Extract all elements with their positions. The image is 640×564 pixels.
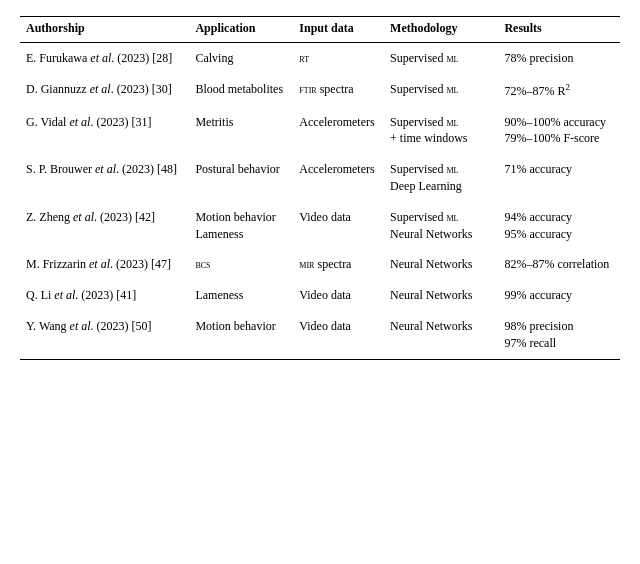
input-cell: Video data: [293, 202, 384, 250]
input-cell: rt: [293, 43, 384, 74]
header-methodology: Methodology: [384, 17, 498, 43]
author-cell: E. Furukawa et al. (2023) [28]: [20, 43, 189, 74]
input-cell: ftir spectra: [293, 74, 384, 107]
methodology-cell: Supervised mlNeural Networks: [384, 202, 498, 250]
input-cell: Accelerometers: [293, 154, 384, 202]
methodology-cell: Supervised mlDeep Learning: [384, 154, 498, 202]
results-cell: 99% accuracy: [498, 280, 620, 311]
application-cell: Metritis: [189, 107, 293, 155]
results-cell: 82%–87% correlation: [498, 249, 620, 280]
table-row: M. Frizzarin et al. (2023) [47] bcs mir …: [20, 249, 620, 280]
application-cell: Blood metabolites: [189, 74, 293, 107]
header-results: Results: [498, 17, 620, 43]
results-cell: 98% precision97% recall: [498, 311, 620, 359]
methodology-cell: Neural Networks: [384, 280, 498, 311]
application-cell: Postural behavior: [189, 154, 293, 202]
author-cell: D. Giannuzz et al. (2023) [30]: [20, 74, 189, 107]
application-cell: Lameness: [189, 280, 293, 311]
input-cell: Accelerometers: [293, 107, 384, 155]
methodology-cell: Supervised ml: [384, 43, 498, 74]
results-cell: 90%–100% accuracy79%–100% F-score: [498, 107, 620, 155]
author-cell: Z. Zheng et al. (2023) [42]: [20, 202, 189, 250]
table-row: D. Giannuzz et al. (2023) [30] Blood met…: [20, 74, 620, 107]
methodology-cell: Supervised ml: [384, 74, 498, 107]
author-cell: Q. Li et al. (2023) [41]: [20, 280, 189, 311]
table-row: Y. Wang et al. (2023) [50] Motion behavi…: [20, 311, 620, 359]
application-cell: bcs: [189, 249, 293, 280]
results-cell: 78% precision: [498, 43, 620, 74]
author-cell: Y. Wang et al. (2023) [50]: [20, 311, 189, 359]
header-application: Application: [189, 17, 293, 43]
author-cell: S. P. Brouwer et al. (2023) [48]: [20, 154, 189, 202]
main-table: Authorship Application Input data Method…: [20, 16, 620, 360]
author-cell: M. Frizzarin et al. (2023) [47]: [20, 249, 189, 280]
methodology-cell: Neural Networks: [384, 311, 498, 359]
author-cell: G. Vidal et al. (2023) [31]: [20, 107, 189, 155]
methodology-cell: Neural Networks: [384, 249, 498, 280]
results-cell: 71% accuracy: [498, 154, 620, 202]
table-row: G. Vidal et al. (2023) [31] Metritis Acc…: [20, 107, 620, 155]
application-cell: Motion behavior: [189, 311, 293, 359]
application-cell: Motion behaviorLameness: [189, 202, 293, 250]
header-input: Input data: [293, 17, 384, 43]
header-authorship: Authorship: [20, 17, 189, 43]
table-row: S. P. Brouwer et al. (2023) [48] Postura…: [20, 154, 620, 202]
results-cell: 94% accuracy95% accuracy: [498, 202, 620, 250]
input-cell: Video data: [293, 311, 384, 359]
table-row: E. Furukawa et al. (2023) [28] Calving r…: [20, 43, 620, 74]
input-cell: Video data: [293, 280, 384, 311]
methodology-cell: Supervised ml+ time windows: [384, 107, 498, 155]
input-cell: mir spectra: [293, 249, 384, 280]
table-row: Z. Zheng et al. (2023) [42] Motion behav…: [20, 202, 620, 250]
application-cell: Calving: [189, 43, 293, 74]
table-row: Q. Li et al. (2023) [41] Lameness Video …: [20, 280, 620, 311]
results-cell: 72%–87% R2: [498, 74, 620, 107]
